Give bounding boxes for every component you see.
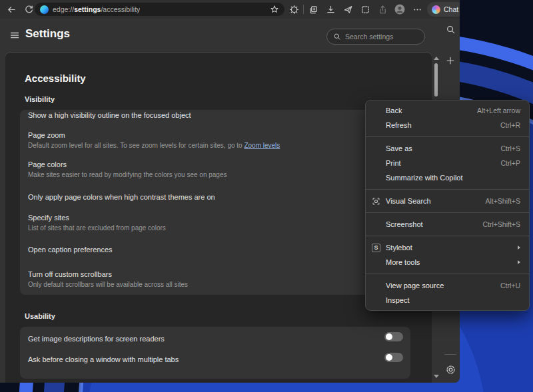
share-icon xyxy=(378,5,388,15)
collections-icon xyxy=(308,5,318,15)
menu-separator xyxy=(366,236,529,236)
browser-toolbar: edge://settings/accessibility xyxy=(0,0,460,19)
sidebar-search-button[interactable] xyxy=(442,21,458,37)
setting-row[interactable]: Page colors xyxy=(28,159,402,170)
screen: edge://settings/accessibility xyxy=(0,0,533,392)
search-icon xyxy=(333,33,341,41)
extensions-button[interactable] xyxy=(285,1,302,17)
chat-button-label: Chat xyxy=(444,5,458,13)
more-options-button[interactable] xyxy=(408,1,426,17)
menu-item-more-tools[interactable]: More tools xyxy=(366,255,529,270)
web-capture-button[interactable] xyxy=(356,1,374,17)
url-text: edge://settings/accessibility xyxy=(53,5,140,13)
setting-row[interactable]: Only apply page colors when high contras… xyxy=(28,192,402,202)
setting-row[interactable]: Page zoom xyxy=(28,130,402,140)
visual-search-icon xyxy=(372,197,380,206)
toggle-image-descriptions[interactable] xyxy=(384,332,403,341)
stylebot-icon: S xyxy=(372,244,380,252)
toggle-knob xyxy=(386,333,392,340)
profile-button[interactable] xyxy=(391,1,408,17)
context-menu: Back Alt+Left arrow Refresh Ctrl+R Save … xyxy=(365,100,530,311)
plus-icon xyxy=(446,56,455,65)
toolbar-divider xyxy=(303,5,304,14)
setting-row: Get image descriptions for screen reader… xyxy=(28,327,402,344)
copilot-icon xyxy=(432,5,440,14)
gear-icon xyxy=(445,364,456,375)
profile-avatar-icon xyxy=(394,4,405,15)
collections-button[interactable] xyxy=(304,1,322,17)
downloads-icon xyxy=(326,5,336,15)
sidebar-settings-button[interactable] xyxy=(442,361,458,377)
copilot-chat-button[interactable]: Chat xyxy=(427,2,460,17)
settings-search-input[interactable]: Search settings xyxy=(326,29,425,45)
setting-subtitle: List of sites that are excluded from pag… xyxy=(28,224,402,233)
menu-item-back[interactable]: Back Alt+Left arrow xyxy=(366,103,529,118)
setting-row[interactable]: Turn off custom scrollbars xyxy=(28,269,402,280)
scrollbar-thumb[interactable] xyxy=(434,63,438,97)
section-heading-usability: Usability xyxy=(25,312,432,320)
toolbar-actions: Chat xyxy=(285,1,460,17)
settings-title: Settings xyxy=(25,27,70,41)
menu-item-screenshot[interactable]: Screenshot Ctrl+Shift+S xyxy=(366,217,529,232)
scroll-down-arrow-icon[interactable] xyxy=(434,375,439,378)
menu-separator xyxy=(366,274,529,274)
setting-subtitle: Only default scrollbars will be availabl… xyxy=(28,280,402,290)
menu-item-save-as[interactable]: Save as Ctrl+S xyxy=(366,141,529,156)
setting-row[interactable]: Open caption preferences xyxy=(28,244,402,255)
downloads-button[interactable] xyxy=(322,1,339,17)
share-button[interactable] xyxy=(374,1,391,17)
submenu-arrow-icon xyxy=(518,260,520,264)
setting-row[interactable]: Show a high visibility outline on the fo… xyxy=(28,110,402,120)
zoom-levels-link[interactable]: Zoom levels xyxy=(244,142,280,149)
address-bar[interactable]: edge://settings/accessibility xyxy=(35,3,284,16)
menu-separator xyxy=(366,212,529,213)
sidebar-add-button[interactable] xyxy=(442,53,458,69)
back-icon xyxy=(7,5,17,15)
setting-subtitle: Make sites easier to read by modifying t… xyxy=(28,170,402,180)
extensions-icon xyxy=(289,5,299,15)
menu-separator xyxy=(366,189,529,190)
back-button[interactable] xyxy=(3,1,20,17)
menu-item-stylebot[interactable]: S Stylebot xyxy=(366,240,529,255)
menu-item-refresh[interactable]: Refresh Ctrl+R xyxy=(366,118,529,132)
more-options-icon xyxy=(412,5,422,15)
menu-separator xyxy=(366,136,529,137)
send-icon xyxy=(343,5,353,15)
send-button[interactable] xyxy=(339,1,356,17)
edge-logo-icon xyxy=(40,5,49,14)
web-capture-icon xyxy=(360,5,370,15)
search-placeholder: Search settings xyxy=(345,33,393,41)
sidebar-divider xyxy=(444,354,456,355)
menu-hamburger-icon[interactable] xyxy=(9,30,20,41)
favorites-star-icon[interactable] xyxy=(270,5,279,14)
menu-item-inspect[interactable]: Inspect xyxy=(366,293,529,307)
page-title: Accessibility xyxy=(25,73,432,84)
menu-item-view-page-source[interactable]: View page source Ctrl+U xyxy=(366,278,529,293)
scroll-up-arrow-icon[interactable] xyxy=(434,57,439,60)
menu-item-visual-search[interactable]: Visual Search Alt+Shift+S xyxy=(366,194,529,208)
toggle-ask-before-closing[interactable] xyxy=(384,353,403,362)
usability-card: Get image descriptions for screen reader… xyxy=(20,327,410,379)
menu-item-summarize-with-copilot[interactable]: Summarize with Copilot xyxy=(366,170,529,185)
setting-subtitle: Default zoom level for all sites. To see… xyxy=(28,141,402,150)
menu-item-print[interactable]: Print Ctrl+P xyxy=(366,156,529,170)
submenu-arrow-icon xyxy=(518,246,520,250)
setting-row[interactable]: Specify sites xyxy=(28,212,402,223)
toggle-knob xyxy=(386,354,392,361)
visibility-card: Show a high visibility outline on the fo… xyxy=(20,110,410,295)
settings-header: Settings Search settings xyxy=(0,19,460,52)
setting-row: Ask before closing a window with multipl… xyxy=(28,344,402,365)
refresh-icon xyxy=(24,5,34,15)
sidebar-search-icon xyxy=(446,25,456,35)
